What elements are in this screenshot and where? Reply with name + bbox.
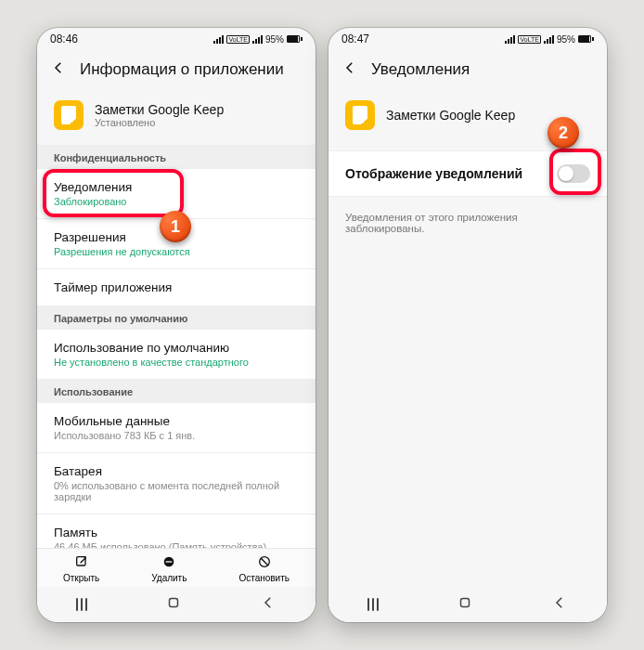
nav-bar bbox=[37, 587, 316, 622]
volte-label: VoLTE bbox=[518, 35, 541, 44]
bottom-actions: Открыть Удалить Остановить bbox=[37, 548, 316, 587]
nav-back-icon[interactable] bbox=[551, 594, 568, 615]
status-icons: VoLTE 95% bbox=[505, 34, 594, 45]
item-default-use[interactable]: Использование по умолчанию Не установлен… bbox=[37, 330, 316, 379]
toggle-title: Отображение уведомлений bbox=[345, 166, 522, 181]
toggle-show-notifications[interactable]: Отображение уведомлений bbox=[328, 150, 607, 197]
open-icon bbox=[74, 554, 89, 571]
app-name: Заметки Google Keep bbox=[95, 102, 224, 117]
open-button[interactable]: Открыть bbox=[63, 554, 99, 583]
item-app-timer[interactable]: Таймер приложения bbox=[37, 269, 316, 306]
item-title: Использование по умолчанию bbox=[54, 341, 299, 355]
item-sub: 46,46 МБ использовано (Память устройства… bbox=[54, 541, 299, 548]
item-title: Мобильные данные bbox=[54, 414, 299, 428]
item-title: Таймер приложения bbox=[54, 280, 299, 294]
app-name: Заметки Google Keep bbox=[386, 108, 515, 123]
item-sub: 0% использовано с момента последней полн… bbox=[54, 480, 299, 502]
status-bar: 08:46 VoLTE 95% bbox=[37, 28, 316, 50]
section-usage: Использование bbox=[37, 379, 316, 403]
status-bar: 08:47 VoLTE 95% bbox=[328, 28, 607, 50]
nav-recent-icon[interactable] bbox=[76, 598, 87, 611]
nav-back-icon[interactable] bbox=[260, 594, 277, 615]
item-mobile-data[interactable]: Мобильные данные Использовано 783 КБ с 1… bbox=[37, 403, 316, 453]
page-header: Уведомления bbox=[328, 50, 607, 93]
delete-label: Удалить bbox=[151, 573, 187, 583]
item-permissions[interactable]: Разрешения Разрешения не допускаются bbox=[37, 219, 316, 269]
back-icon[interactable] bbox=[50, 59, 67, 80]
item-sub: Не установлено в качестве стандартного bbox=[54, 357, 299, 368]
item-title: Разрешения bbox=[54, 230, 299, 244]
page-title: Информация о приложении bbox=[80, 60, 284, 79]
signal-icon-2 bbox=[544, 35, 554, 44]
nav-recent-icon[interactable] bbox=[367, 598, 379, 611]
battery-icon bbox=[578, 35, 594, 43]
content: Заметки Google Keep Установлено Конфиден… bbox=[37, 93, 316, 548]
back-icon[interactable] bbox=[341, 59, 358, 80]
status-time: 08:46 bbox=[50, 32, 78, 46]
status-time: 08:47 bbox=[341, 32, 369, 46]
item-sub: Разрешения не допускаются bbox=[54, 246, 299, 257]
svg-rect-2 bbox=[166, 561, 173, 562]
signal-icon bbox=[213, 35, 224, 44]
item-title: Память bbox=[54, 526, 299, 540]
page-header: Информация о приложении bbox=[37, 50, 316, 93]
open-label: Открыть bbox=[63, 573, 99, 583]
nav-home-icon[interactable] bbox=[457, 594, 473, 615]
svg-rect-4 bbox=[170, 599, 178, 607]
item-title: Батарея bbox=[54, 464, 299, 478]
section-privacy: Конфиденциальность bbox=[37, 145, 316, 169]
app-status: Установлено bbox=[95, 117, 224, 128]
page-title: Уведомления bbox=[371, 60, 470, 79]
stop-label: Остановить bbox=[238, 573, 290, 583]
battery-pct: 95% bbox=[557, 34, 575, 45]
phone-left: 08:46 VoLTE 95% Информация о приложении … bbox=[37, 28, 316, 622]
battery-icon bbox=[287, 35, 303, 43]
stop-icon bbox=[257, 554, 272, 571]
item-sub: Заблокировано bbox=[54, 196, 299, 207]
item-sub: Использовано 783 КБ с 1 янв. bbox=[54, 430, 299, 441]
svg-rect-5 bbox=[461, 599, 470, 607]
signal-icon-2 bbox=[252, 35, 263, 44]
app-icon bbox=[54, 100, 84, 130]
item-title: Уведомления bbox=[54, 180, 299, 194]
blocked-message: Уведомления от этого приложения заблокир… bbox=[328, 197, 607, 249]
phone-right: 08:47 VoLTE 95% Уведомления Заметки Goog… bbox=[328, 28, 607, 622]
delete-button[interactable]: Удалить bbox=[151, 554, 187, 583]
toggle-switch[interactable] bbox=[557, 164, 590, 183]
battery-pct: 95% bbox=[265, 34, 284, 45]
signal-icon bbox=[505, 35, 515, 44]
app-icon bbox=[345, 100, 375, 130]
svg-rect-0 bbox=[76, 557, 84, 566]
delete-icon bbox=[161, 554, 176, 571]
status-icons: VoLTE 95% bbox=[213, 34, 303, 45]
nav-home-icon[interactable] bbox=[165, 594, 182, 615]
item-notifications[interactable]: Уведомления Заблокировано bbox=[37, 169, 316, 219]
app-row: Заметки Google Keep Установлено bbox=[37, 93, 316, 145]
item-battery[interactable]: Батарея 0% использовано с момента послед… bbox=[37, 453, 316, 514]
section-defaults: Параметры по умолчанию bbox=[37, 306, 316, 330]
nav-bar bbox=[328, 587, 607, 622]
app-row: Заметки Google Keep bbox=[328, 93, 607, 150]
volte-label: VoLTE bbox=[226, 35, 250, 44]
item-storage[interactable]: Память 46,46 МБ использовано (Память уст… bbox=[37, 514, 316, 548]
stop-button[interactable]: Остановить bbox=[238, 554, 290, 583]
content: Заметки Google Keep Отображение уведомле… bbox=[328, 93, 607, 587]
